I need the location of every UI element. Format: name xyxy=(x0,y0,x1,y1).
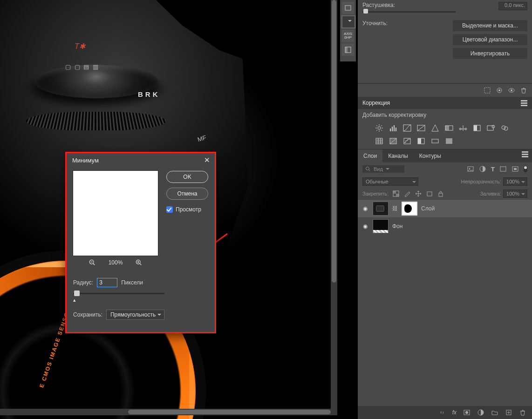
color-range-button[interactable]: Цветовой диапазон... xyxy=(453,34,527,45)
channel-mixer-icon[interactable] xyxy=(500,124,510,132)
select-and-mask-button[interactable]: Выделение и маска... xyxy=(453,20,527,31)
canvas-scrollbar-horizontal[interactable] xyxy=(0,409,337,415)
radius-slider[interactable] xyxy=(73,293,164,294)
add-mask-icon[interactable] xyxy=(463,409,471,416)
tab-layers[interactable]: Слои xyxy=(358,149,382,162)
new-adjustment-icon[interactable] xyxy=(477,409,484,416)
filter-text-icon[interactable]: T xyxy=(491,166,495,173)
feather-value[interactable]: 0,0 пикс. xyxy=(498,2,527,10)
tab-paths[interactable]: Контуры xyxy=(414,149,447,162)
filter-shape-icon[interactable] xyxy=(499,165,507,173)
svg-rect-27 xyxy=(394,125,395,131)
invert-icon[interactable] xyxy=(389,137,398,145)
layer-name-1[interactable]: Слой xyxy=(421,205,435,212)
svg-line-54 xyxy=(369,170,370,171)
tool-icon-1[interactable] xyxy=(342,2,354,14)
svg-rect-11 xyxy=(484,88,490,93)
filter-adjust-icon[interactable] xyxy=(479,165,486,173)
zoom-in-icon[interactable] xyxy=(136,259,142,266)
preview-checkbox[interactable] xyxy=(166,206,173,213)
photo-filter-icon[interactable] xyxy=(486,124,496,132)
invert-button[interactable]: Инвертировать xyxy=(453,48,527,59)
color-balance-icon[interactable] xyxy=(458,124,468,132)
threshold-icon[interactable] xyxy=(416,137,426,145)
feather-slider[interactable] xyxy=(362,11,456,13)
filter-preview[interactable] xyxy=(73,171,158,256)
layer-filter-dropdown[interactable]: Вид xyxy=(362,165,404,173)
lock-pixels-icon[interactable] xyxy=(403,190,411,197)
canvas-scrollbar-vertical[interactable] xyxy=(331,0,337,415)
layer-thumb-2[interactable] xyxy=(373,219,389,233)
feather-slider-thumb[interactable] xyxy=(363,9,368,14)
svg-point-40 xyxy=(504,127,508,130)
selective-color-icon[interactable] xyxy=(444,137,454,145)
layers-panel-menu[interactable] xyxy=(522,154,528,155)
mini-tool-column: AXIS0HP xyxy=(340,0,356,61)
toggle-visibility-icon[interactable] xyxy=(508,87,515,94)
svg-line-24 xyxy=(376,130,377,131)
svg-rect-36 xyxy=(474,125,477,131)
vibrance-icon[interactable] xyxy=(430,124,440,132)
gradient-map-icon[interactable] xyxy=(430,137,440,145)
dial-knurl-graphic xyxy=(22,112,170,130)
svg-rect-32 xyxy=(445,126,449,130)
layer-row-2[interactable]: ◉ Фон xyxy=(358,217,532,235)
hue-sat-icon[interactable] xyxy=(444,124,454,132)
fill-value[interactable]: 100% xyxy=(503,189,527,198)
filter-toggle[interactable] xyxy=(524,166,527,172)
ok-button[interactable]: OK xyxy=(166,171,208,183)
layer-mask-thumb-1[interactable] xyxy=(402,202,417,216)
dialog-title: Минимум xyxy=(72,157,99,164)
new-group-icon[interactable] xyxy=(491,409,498,416)
layer-visibility-2[interactable]: ◉ xyxy=(361,223,369,230)
delete-mask-icon[interactable] xyxy=(520,87,527,94)
new-layer-icon[interactable] xyxy=(505,409,512,416)
apply-mask-icon[interactable] xyxy=(496,87,503,94)
tab-channels[interactable]: Каналы xyxy=(382,149,414,162)
zoom-out-icon[interactable] xyxy=(89,259,95,266)
feather-label: Растушевка: xyxy=(362,2,461,8)
exposure-icon[interactable] xyxy=(416,124,426,132)
preserve-dropdown[interactable]: Прямоугольность xyxy=(106,310,164,320)
layer-row-1[interactable]: ◉ ⛓ Слой xyxy=(358,200,532,217)
tool-icon-axis[interactable]: AXIS0HP xyxy=(342,30,354,42)
dialog-close-button[interactable]: ✕ xyxy=(204,156,210,164)
lock-artboard-icon[interactable] xyxy=(426,190,433,197)
mask-link-icon[interactable]: ⛓ xyxy=(392,205,398,212)
radius-input[interactable] xyxy=(97,278,117,287)
color-lookup-icon[interactable] xyxy=(375,137,384,145)
layer-thumb-1[interactable] xyxy=(373,202,389,216)
svg-line-23 xyxy=(381,125,382,126)
adjustments-panel-menu[interactable] xyxy=(521,102,527,104)
posterize-icon[interactable] xyxy=(402,137,412,145)
curves-icon[interactable] xyxy=(402,124,412,132)
bw-icon[interactable] xyxy=(472,124,482,132)
brightness-icon[interactable] xyxy=(375,124,384,132)
filter-image-icon[interactable] xyxy=(467,165,474,173)
radius-slider-thumb[interactable] xyxy=(74,291,80,296)
filter-smart-icon[interactable] xyxy=(512,165,519,173)
svg-rect-28 xyxy=(396,128,396,131)
tool-icon-2[interactable] xyxy=(342,16,355,28)
lock-position-icon[interactable] xyxy=(415,190,422,197)
layer-fx-icon[interactable]: fx xyxy=(452,409,457,416)
layers-bottom-bar: fx xyxy=(358,406,532,419)
blend-mode-dropdown[interactable]: Обычные xyxy=(362,177,418,186)
tool-icon-4[interactable] xyxy=(342,44,354,56)
load-selection-icon[interactable] xyxy=(484,87,491,94)
svg-point-15 xyxy=(511,89,512,91)
layer-name-2[interactable]: Фон xyxy=(392,223,402,230)
layer-visibility-1[interactable]: ◉ xyxy=(361,205,369,212)
link-layers-icon[interactable] xyxy=(438,409,446,416)
cancel-button[interactable]: Отмена xyxy=(166,188,208,200)
lock-all-icon[interactable] xyxy=(437,190,444,197)
svg-rect-41 xyxy=(376,138,382,144)
lock-transparency-icon[interactable] xyxy=(392,190,400,197)
svg-line-22 xyxy=(381,130,382,131)
search-icon xyxy=(365,166,371,172)
levels-icon[interactable] xyxy=(389,124,398,132)
opacity-value[interactable]: 100% xyxy=(503,177,527,186)
opacity-label: Непрозрачность: xyxy=(461,179,501,184)
delete-layer-icon[interactable] xyxy=(519,409,526,416)
radius-unit: Пиксели xyxy=(121,279,143,286)
